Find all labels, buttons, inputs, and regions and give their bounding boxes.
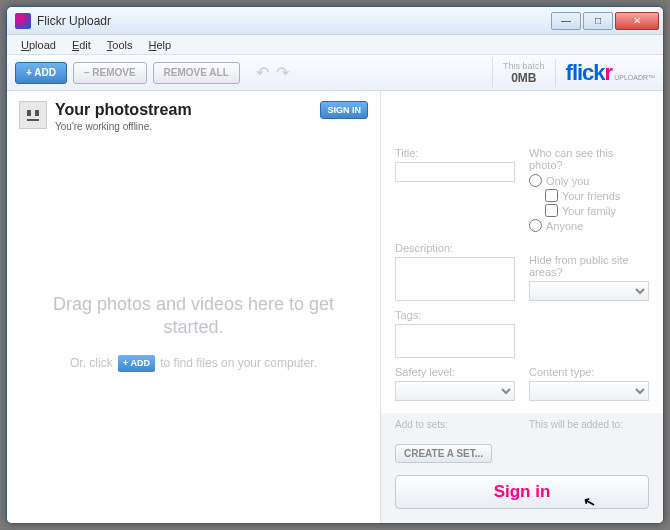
window-title: Flickr Uploadr — [37, 14, 549, 28]
title-input[interactable] — [395, 162, 515, 182]
photostream-text: Your photostream You're working offline. — [55, 101, 192, 132]
visibility-friends[interactable] — [545, 189, 558, 202]
avatar-icon — [19, 101, 47, 129]
visibility-anyone[interactable] — [529, 219, 542, 232]
app-icon — [15, 13, 31, 29]
menu-tools[interactable]: Tools — [99, 39, 141, 51]
remove-all-button[interactable]: REMOVE ALL — [153, 62, 240, 84]
rotate-right-icon[interactable]: ↷ — [274, 64, 292, 82]
signin-big-button[interactable]: Sign in ↖ — [395, 475, 649, 509]
dropzone-subline: Or, click + ADD to find files on your co… — [70, 354, 317, 373]
description-label: Description: — [395, 242, 515, 254]
sets-area: Add to sets: This will be added to: — [381, 413, 663, 436]
minimize-button[interactable]: — — [551, 12, 581, 30]
metadata-panel: Title: Who can see this photo? Only you … — [381, 91, 663, 523]
signin-small-button[interactable]: SIGN IN — [320, 101, 368, 119]
tags-label: Tags: — [395, 309, 515, 321]
hide-select[interactable] — [529, 281, 649, 301]
close-button[interactable]: ✕ — [615, 12, 659, 30]
rotate-left-icon[interactable]: ↶ — [254, 64, 272, 82]
tags-input[interactable] — [395, 324, 515, 358]
batch-value: 0MB — [503, 71, 545, 85]
batch-label: This batch — [503, 61, 545, 71]
logo-part2: r — [605, 60, 613, 86]
photostream-title: Your photostream — [55, 101, 192, 119]
remove-button[interactable]: – REMOVE — [73, 62, 147, 84]
left-pane: Your photostream You're working offline.… — [7, 91, 381, 523]
logo-part1: flick — [566, 60, 605, 86]
safety-label: Safety level: — [395, 366, 515, 378]
flickr-logo: flickrUPLOADR™ — [566, 60, 655, 86]
content-area: Your photostream You're working offline.… — [7, 91, 663, 523]
description-input[interactable] — [395, 257, 515, 301]
titlebar: Flickr Uploadr — □ ✕ — [7, 7, 663, 35]
visibility-family[interactable] — [545, 204, 558, 217]
photostream-subtitle: You're working offline. — [55, 121, 192, 132]
content-label: Content type: — [529, 366, 649, 378]
visibility-only-you[interactable] — [529, 174, 542, 187]
dropzone[interactable]: Drag photos and videos here to get start… — [7, 142, 380, 523]
safety-select[interactable] — [395, 381, 515, 401]
bottom-bar: CREATE A SET... Sign in ↖ — [381, 436, 663, 523]
menu-help[interactable]: Help — [141, 39, 180, 51]
rotate-controls: ↶ ↷ — [254, 64, 292, 82]
toolbar: + ADD – REMOVE REMOVE ALL ↶ ↷ This batch… — [7, 55, 663, 91]
menu-bar: Upload Edit Tools Help — [7, 35, 663, 55]
dropzone-headline: Drag photos and videos here to get start… — [37, 293, 350, 340]
maximize-button[interactable]: □ — [583, 12, 613, 30]
app-window: Flickr Uploadr — □ ✕ Upload Edit Tools H… — [6, 6, 664, 524]
menu-upload[interactable]: Upload — [13, 39, 64, 51]
title-label: Title: — [395, 147, 515, 159]
addsets-label: Add to sets: — [395, 419, 515, 430]
logo-sup: UPLOADR™ — [614, 74, 655, 81]
menu-edit[interactable]: Edit — [64, 39, 99, 51]
visibility-label: Who can see this photo? — [529, 147, 649, 171]
content-select[interactable] — [529, 381, 649, 401]
hide-label: Hide from public site areas? — [529, 254, 649, 278]
create-set-button[interactable]: CREATE A SET... — [395, 444, 492, 463]
cursor-icon: ↖ — [582, 493, 598, 512]
add-button[interactable]: + ADD — [15, 62, 67, 84]
photostream-header: Your photostream You're working offline.… — [7, 91, 380, 142]
batch-indicator: This batch 0MB — [492, 59, 556, 87]
mini-add-button[interactable]: + ADD — [118, 355, 155, 373]
added-label: This will be added to: — [529, 419, 649, 430]
window-controls: — □ ✕ — [549, 12, 659, 30]
